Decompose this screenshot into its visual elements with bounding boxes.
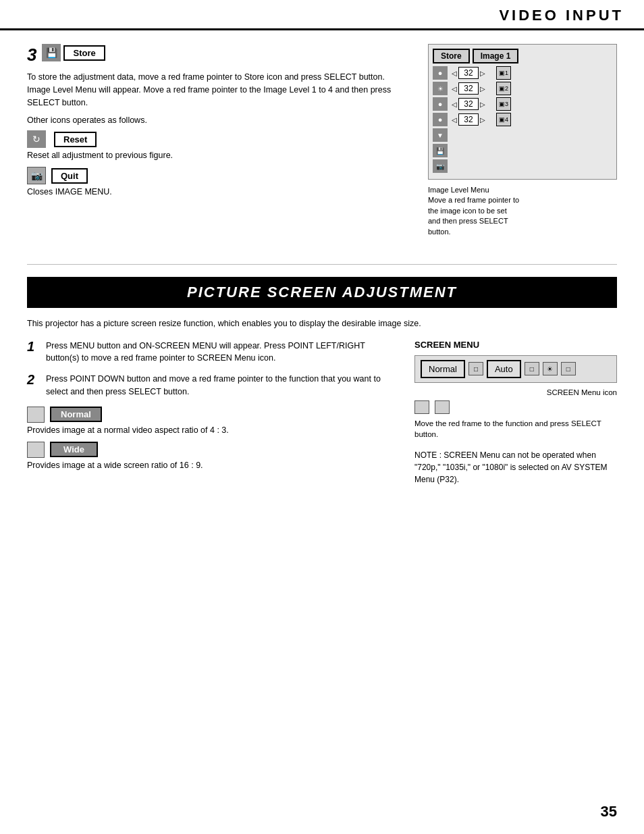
slot-2: ▣2 — [496, 82, 511, 95]
wide-description: Provides image at a wide screen ratio of… — [27, 461, 394, 470]
menu-val-3: 32 — [458, 98, 479, 110]
screen-move-text: Move the red frame to the function and p… — [414, 418, 617, 440]
note-box: NOTE : SCREEN Menu can not be operated w… — [414, 449, 617, 486]
menu-row-4: ● ◁ 32 ▷ — [433, 113, 487, 126]
menu-val-4: 32 — [458, 113, 479, 126]
other-icons-text: Other icons operates as follows. — [27, 115, 408, 125]
menu-store-btn: Store — [433, 49, 470, 63]
reset-description: Reset all adjustment to previous figure. — [27, 151, 408, 160]
screen-small-boxes — [414, 400, 617, 414]
quit-description: Closes IMAGE MENU. — [27, 187, 408, 197]
screen-normal-label: Normal — [421, 360, 465, 378]
reset-row: ↻ Reset — [27, 130, 408, 148]
menu-row-1: ● ◁ 32 ▷ — [433, 66, 487, 80]
menu-row-6: 💾 — [433, 144, 487, 157]
step1-row: 1 Press MENU button and ON-SCREEN MENU w… — [27, 340, 394, 365]
normal-box-icon — [27, 407, 45, 423]
psa-left: 1 Press MENU button and ON-SCREEN MENU w… — [27, 340, 394, 486]
quit-button: Quit — [51, 168, 88, 184]
slot-1: ▣1 — [496, 66, 511, 80]
menu-top-row: Store Image 1 — [433, 49, 612, 63]
psa-body: 1 Press MENU button and ON-SCREEN MENU w… — [27, 340, 617, 486]
main-content: 3 💾 Store To store the adjustment data, … — [0, 30, 644, 499]
screen-icon-4: □ — [561, 362, 576, 375]
normal-row: Normal — [27, 407, 394, 423]
screen-menu-box: Normal □ Auto □ ☀ □ — [414, 355, 617, 383]
store-icon-row: 💾 Store — [42, 44, 105, 61]
step2-row: 2 Press POINT DOWN button and move a red… — [27, 373, 394, 398]
screen-icon-2: □ — [525, 362, 539, 375]
screen-small-box-2 — [435, 400, 450, 414]
screen-icon-3: ☀ — [543, 362, 558, 375]
section3: 3 💾 Store To store the adjustment data, … — [27, 44, 617, 237]
step1-number: 1 — [27, 340, 41, 365]
step3-header: 3 💾 Store — [27, 44, 408, 66]
right-side-icons: ▣1 ▣2 ▣3 ▣4 — [493, 66, 511, 175]
quit-icon: 📷 — [27, 167, 46, 184]
step1-text: Press MENU button and ON-SCREEN MENU wil… — [46, 340, 394, 365]
screen-icon-1: □ — [468, 362, 483, 375]
page-header: VIDEO INPUT — [0, 0, 644, 30]
store-button: Store — [63, 45, 105, 61]
psa-section-title: PICTURE SCREEN ADJUSTMENT — [27, 277, 617, 308]
step3-intro: To store the adjustment data, move a red… — [27, 71, 408, 109]
psa-intro: This projector has a picture screen resi… — [27, 317, 617, 330]
menu-row-7: 📷 — [433, 159, 487, 173]
menu-row-2: ☀ ◁ 32 ▷ — [433, 82, 487, 95]
menu-icon-2: ☀ — [433, 82, 448, 95]
wide-box-icon — [27, 442, 45, 458]
screen-auto-label: Auto — [487, 360, 521, 378]
menu-icon-5: ▼ — [433, 128, 448, 142]
menu-icon-4: ● — [433, 113, 448, 126]
menu-icon-3: ● — [433, 97, 448, 111]
menu-icon-1: ● — [433, 66, 448, 80]
screen-menu-title: SCREEN MENU — [414, 340, 617, 350]
screen-menu-icon-label: SCREEN Menu icon — [414, 388, 617, 396]
menu-illustration: Store Image 1 ● ◁ 32 ▷ ☀ — [428, 44, 617, 180]
menu-rows: ● ◁ 32 ▷ ☀ ◁ 32 ▷ — [433, 66, 487, 175]
screen-small-box-1 — [414, 400, 429, 414]
wide-row: Wide — [27, 442, 394, 458]
menu-val-1: 32 — [458, 67, 479, 79]
store-icon: 💾 — [42, 44, 61, 61]
normal-button: Normal — [50, 407, 102, 422]
section-divider — [27, 264, 617, 265]
section3-right: Store Image 1 ● ◁ 32 ▷ ☀ — [428, 44, 617, 237]
step2-number: 2 — [27, 373, 41, 398]
menu-val-2: 32 — [458, 82, 479, 95]
step2-text: Press POINT DOWN button and move a red f… — [46, 373, 394, 398]
slot-4: ▣4 — [496, 113, 511, 126]
note-text: NOTE : SCREEN Menu can not be operated w… — [414, 450, 608, 484]
menu-image-btn: Image 1 — [473, 49, 519, 63]
normal-description: Provides image at a normal video aspect … — [27, 425, 394, 435]
slot-3: ▣3 — [496, 97, 511, 111]
page-number: 35 — [601, 803, 617, 820]
menu-icon-7: 📷 — [433, 159, 448, 173]
page-title: VIDEO INPUT — [499, 7, 624, 24]
menu-icon-6: 💾 — [433, 144, 448, 157]
quit-row: 📷 Quit — [27, 167, 408, 184]
psa-section: PICTURE SCREEN ADJUSTMENT This projector… — [27, 277, 617, 486]
menu-row-5: ▼ — [433, 128, 487, 142]
wide-button: Wide — [50, 442, 98, 457]
psa-right: SCREEN MENU Normal □ Auto □ ☀ □ SCREEN M… — [414, 340, 617, 486]
section3-left: 3 💾 Store To store the adjustment data, … — [27, 44, 408, 237]
menu-caption: Image Level Menu Move a red frame pointe… — [428, 185, 617, 237]
reset-button: Reset — [54, 132, 97, 147]
menu-body: ● ◁ 32 ▷ ☀ ◁ 32 ▷ — [433, 66, 612, 175]
step3-number: 3 — [27, 46, 36, 63]
reset-icon: ↻ — [27, 130, 46, 148]
menu-row-3: ● ◁ 32 ▷ — [433, 97, 487, 111]
